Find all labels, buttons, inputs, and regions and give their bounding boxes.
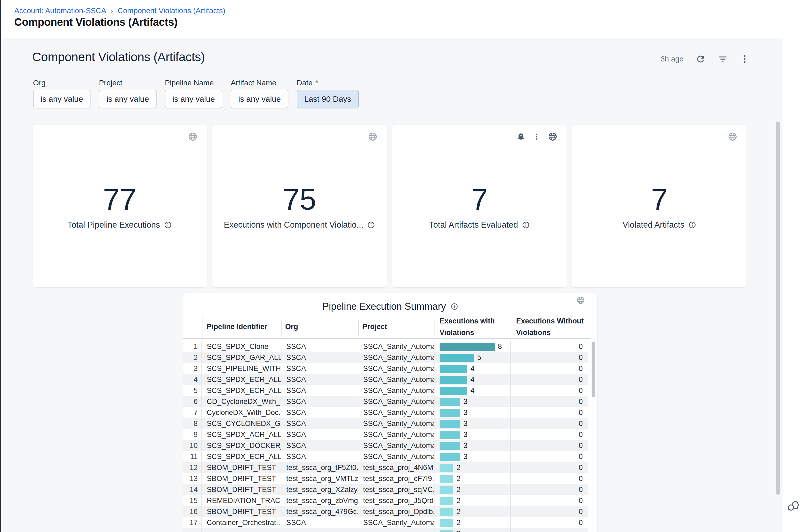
filter-value-chip-date[interactable]: Last 90 Days bbox=[297, 90, 359, 109]
cell-pipeline-identifier bbox=[202, 528, 281, 532]
cell-executions-with-violations: 3 bbox=[434, 396, 511, 407]
cell-org: SSCA bbox=[281, 451, 358, 462]
cell-org: SSCA bbox=[281, 363, 358, 374]
cell-executions-with-violations: 2 bbox=[434, 484, 511, 495]
page-title: Component Violations (Artifacts) bbox=[14, 16, 177, 28]
cell-executions-with-violations: 4 bbox=[434, 385, 511, 396]
table-body: 1 SCS_SPDX_Clone SSCA SSCA_Sanity_Automa… bbox=[183, 341, 588, 532]
table-row[interactable]: 7 CycloneDX_With_Doc... SSCA SSCA_Sanity… bbox=[183, 407, 588, 418]
violations-bar[interactable] bbox=[440, 409, 460, 417]
table-scrollbar-thumb[interactable] bbox=[592, 342, 595, 397]
kebab-menu-icon[interactable] bbox=[740, 54, 750, 64]
violations-bar[interactable] bbox=[440, 497, 453, 505]
table-row[interactable]: 8 SCS_CYCLONEDX_GA... SSCA SSCA_Sanity_A… bbox=[183, 418, 588, 429]
column-header-executions-with[interactable]: Executions with bbox=[440, 317, 495, 325]
table-row[interactable]: 4 SCS_SPDX_ECR_ALL_... SSCA SSCA_Sanity_… bbox=[183, 374, 588, 385]
violations-bar[interactable] bbox=[440, 475, 453, 483]
violations-bar-value: 2 bbox=[456, 475, 461, 483]
violations-bar[interactable] bbox=[440, 530, 453, 532]
chat-help-icon[interactable] bbox=[787, 500, 800, 513]
table-row[interactable]: 9 SCS_SPDX_ACR_ALL... SSCA SSCA_Sanity_A… bbox=[183, 429, 588, 440]
table-row[interactable]: 14 SBOM_DRIFT_TEST test_ssca_org_XZalzy.… bbox=[183, 484, 588, 495]
cell-pipeline-identifier: SBOM_DRIFT_TEST bbox=[202, 506, 281, 517]
cell-org: test_ssca_org_zbVmg... bbox=[281, 495, 358, 506]
metric-value: 77 bbox=[33, 182, 207, 217]
info-icon[interactable] bbox=[522, 221, 530, 229]
table-row[interactable]: 12 SBOM_DRIFT_TEST test_ssca_org_tF5Zf0.… bbox=[183, 462, 588, 473]
violations-bar[interactable] bbox=[440, 354, 474, 362]
cell-project bbox=[358, 528, 434, 532]
filter-label: Project* bbox=[99, 79, 156, 90]
cell-project: SSCA_Sanity_Automa... bbox=[358, 385, 434, 396]
globe-icon[interactable] bbox=[727, 132, 738, 142]
info-icon[interactable] bbox=[688, 221, 696, 229]
column-header-executions-without[interactable]: Executions Without bbox=[516, 317, 584, 325]
filter-value-chip-org[interactable]: is any value bbox=[33, 90, 91, 109]
violations-bar-value: 2 bbox=[456, 508, 461, 516]
table-row[interactable]: 11 SCS_SPDX_ECR_ALL_... SSCA SSCA_Sanity… bbox=[183, 451, 588, 462]
violations-bar[interactable] bbox=[440, 486, 453, 494]
violations-bar-value: 3 bbox=[464, 441, 468, 450]
collapsed-sidebar-edge bbox=[0, 0, 1, 532]
filter-group: Artifact Name* is any value bbox=[231, 79, 288, 109]
column-header-executions-without-line2[interactable]: Violations bbox=[516, 328, 551, 337]
violations-bar[interactable] bbox=[440, 508, 453, 516]
cell-pipeline-identifier: SCS_PIPELINE_WITH... bbox=[202, 363, 281, 374]
table-row[interactable]: 1 SCS_SPDX_Clone SSCA SSCA_Sanity_Automa… bbox=[183, 341, 588, 352]
breadcrumb-account-link[interactable]: Account: Automation-SSCA bbox=[14, 6, 106, 15]
filter-icon[interactable] bbox=[717, 54, 728, 64]
column-header-executions-with-line2[interactable]: Violations bbox=[440, 328, 474, 337]
breadcrumb-current-link[interactable]: Component Violations (Artifacts) bbox=[118, 6, 225, 15]
cell-project: test_ssca_proj_Dpdlb... bbox=[358, 506, 434, 517]
table-row[interactable]: 2 bbox=[183, 528, 588, 532]
globe-icon[interactable] bbox=[576, 296, 585, 305]
cell-org: SSCA bbox=[281, 407, 358, 418]
column-divider bbox=[511, 320, 511, 336]
column-header-project[interactable]: Project bbox=[362, 323, 387, 331]
cell-executions-without-violations: 0 bbox=[511, 418, 588, 429]
cell-executions-with-violations: 3 bbox=[434, 429, 511, 440]
filter-value-chip-artifact-name[interactable]: is any value bbox=[231, 90, 288, 109]
violations-bar[interactable] bbox=[440, 442, 460, 450]
violations-bar[interactable] bbox=[440, 376, 467, 384]
row-index: 11 bbox=[183, 451, 202, 462]
right-gutter bbox=[783, 0, 804, 532]
column-divider bbox=[202, 316, 203, 339]
filter-label: Artifact Name* bbox=[231, 79, 288, 90]
table-row[interactable]: 13 SBOM_DRIFT_TEST test_ssca_org_VMTLz..… bbox=[183, 473, 588, 484]
violations-bar[interactable] bbox=[440, 431, 460, 439]
filter-label: Org* bbox=[33, 79, 91, 90]
violations-bar[interactable] bbox=[440, 343, 494, 351]
column-header-org[interactable]: Org bbox=[285, 323, 298, 331]
violations-bar[interactable] bbox=[440, 365, 467, 373]
info-icon[interactable] bbox=[164, 221, 172, 229]
violations-bar[interactable] bbox=[440, 453, 460, 461]
alert-bell-plus-icon[interactable] bbox=[517, 132, 525, 141]
violations-bar[interactable] bbox=[440, 420, 460, 428]
table-row[interactable]: 16 SBOM_DRIFT_TEST test_ssca_org_479Gc..… bbox=[183, 506, 588, 517]
column-header-pipeline[interactable]: Pipeline Identifier bbox=[207, 323, 267, 331]
globe-icon[interactable] bbox=[368, 132, 378, 142]
table-row[interactable]: 15 REMEDIATION_TRAC... test_ssca_org_zbV… bbox=[183, 495, 588, 506]
table-row[interactable]: 5 SCS_SPDX_ECR_ALL_... SSCA SSCA_Sanity_… bbox=[183, 385, 588, 396]
table-row[interactable]: 3 SCS_PIPELINE_WITH... SSCA SSCA_Sanity_… bbox=[183, 363, 588, 374]
filter-value-chip-project[interactable]: is any value bbox=[99, 90, 156, 109]
globe-icon[interactable] bbox=[547, 132, 558, 142]
violations-bar-value: 3 bbox=[464, 431, 468, 439]
table-row[interactable]: 6 CD_CycloneDX_With_... SSCA SSCA_Sanity… bbox=[183, 396, 588, 407]
violations-bar[interactable] bbox=[440, 398, 460, 406]
violations-bar[interactable] bbox=[440, 387, 467, 395]
table-row[interactable]: 17 Container_Orchestrat... SSCA SSCA_San… bbox=[183, 517, 588, 528]
metric-label-row: Total Artifacts Evaluated bbox=[392, 220, 567, 230]
info-icon[interactable] bbox=[367, 221, 375, 229]
violations-bar-value: 2 bbox=[456, 463, 461, 472]
refresh-icon[interactable] bbox=[695, 54, 706, 64]
table-row[interactable]: 10 SCS_SPDX_DOCKER_... SSCA SSCA_Sanity_… bbox=[183, 440, 588, 451]
violations-bar[interactable] bbox=[440, 519, 453, 527]
kebab-menu-icon[interactable] bbox=[532, 133, 541, 141]
filter-value-chip-pipeline-name[interactable]: is any value bbox=[165, 90, 222, 109]
table-row[interactable]: 2 SCS_SPDX_GAR_ALL... SSCA SSCA_Sanity_A… bbox=[183, 352, 588, 363]
violations-bar[interactable] bbox=[440, 464, 453, 472]
globe-icon[interactable] bbox=[188, 132, 198, 142]
page-scrollbar-thumb[interactable] bbox=[776, 121, 780, 495]
